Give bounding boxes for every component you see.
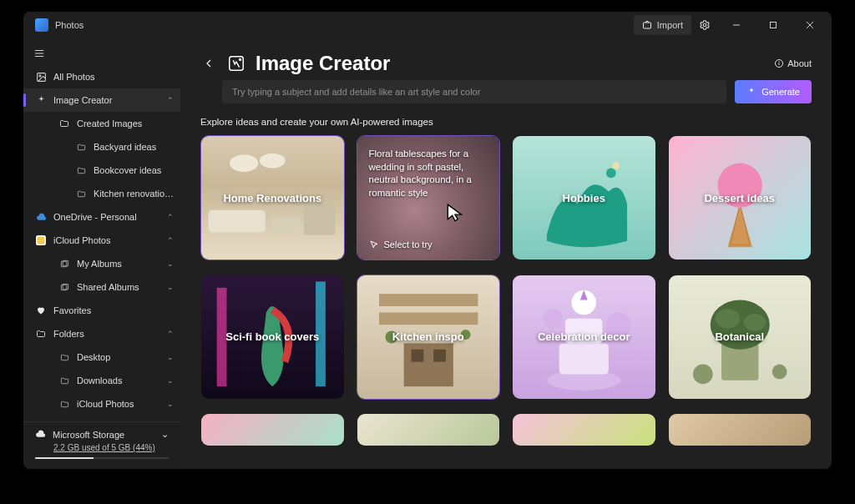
sidebar-item-label: Kitchen renovations [94, 189, 174, 199]
about-button[interactable]: About [774, 58, 812, 68]
idea-card[interactable] [357, 413, 501, 446]
card-image [201, 414, 344, 446]
sidebar-item-label: OneDrive - Personal [53, 212, 160, 222]
sidebar-item-label: Desktop [77, 352, 160, 362]
chevron-up-icon: ⌃ [167, 213, 174, 221]
card-title: Celebration decor [538, 330, 630, 343]
idea-card[interactable]: Kitchen inspo [357, 275, 501, 400]
chevron-up-icon: ⌃ [167, 236, 174, 244]
idea-card[interactable] [512, 413, 656, 446]
sidebar-item-label: My Albums [77, 259, 160, 269]
sidebar-item-icloud[interactable]: iCloud Photos ⌃ [23, 229, 180, 252]
sidebar-item-label: Downloads [77, 375, 160, 386]
idea-card[interactable]: Home Renovations [200, 135, 345, 260]
sparkle-icon [746, 87, 756, 97]
album-icon [58, 260, 70, 269]
chevron-down-icon: ⌄ [167, 376, 174, 385]
idea-card[interactable]: Celebration decor [512, 275, 656, 400]
sidebar: All Photos Image Creator ⌃ Created Image… [23, 38, 180, 469]
card-title: Dessert ideas [704, 192, 775, 204]
album-icon [58, 283, 70, 292]
folder-icon [58, 118, 70, 129]
app-icon [35, 18, 48, 32]
sidebar-item-desktop[interactable]: Desktop ⌄ [23, 345, 180, 369]
card-image [669, 414, 812, 446]
app-title: Photos [55, 20, 83, 30]
sidebar-item-image-creator[interactable]: Image Creator ⌃ [23, 88, 180, 112]
generate-button[interactable]: Generate [735, 80, 812, 103]
sidebar-item-icloud-folder[interactable]: iCloud Photos ⌄ [23, 392, 180, 416]
import-label: Import [657, 20, 683, 30]
idea-card[interactable] [668, 413, 812, 446]
ideas-grid: Home Renovations Floral tablescapes for … [180, 135, 832, 469]
back-button[interactable] [200, 55, 217, 72]
folder-icon [58, 376, 70, 386]
sidebar-item-favorites[interactable]: Favorites [23, 299, 180, 322]
storage-bar-fill [35, 457, 94, 459]
titlebar: Photos Import [23, 12, 832, 38]
chevron-up-icon: ⌃ [167, 330, 174, 338]
hamburger-button[interactable] [23, 42, 180, 65]
import-button[interactable]: Import [634, 15, 691, 35]
sidebar-item-label: iCloud Photos [53, 235, 160, 245]
settings-button[interactable] [691, 12, 718, 38]
sidebar-item-label: Backyard ideas [94, 142, 174, 152]
idea-card[interactable]: Botanical [668, 275, 812, 400]
cloud-icon [35, 429, 46, 440]
sidebar-item-label: Created Images [77, 118, 174, 129]
sidebar-item-shared-albums[interactable]: Shared Albums ⌄ [23, 275, 180, 299]
svg-rect-0 [643, 23, 650, 28]
sidebar-item-created-images[interactable]: Created Images [23, 112, 180, 135]
sidebar-item-downloads[interactable]: Downloads ⌄ [23, 369, 180, 392]
chevron-down-icon: ⌄ [161, 429, 169, 440]
storage-bar [35, 457, 169, 459]
close-button[interactable] [792, 12, 828, 38]
svg-point-21 [779, 62, 780, 63]
idea-card[interactable] [200, 413, 345, 446]
image-creator-icon [227, 54, 245, 73]
idea-card-hover[interactable]: Floral tablescapes for a wedding in soft… [357, 135, 501, 260]
idea-card[interactable]: Hobbies [512, 135, 656, 260]
sidebar-item-all-photos[interactable]: All Photos [23, 65, 180, 88]
cursor-icon [369, 239, 379, 249]
sidebar-item-my-albums[interactable]: My Albums ⌄ [23, 252, 180, 275]
page-title: Image Creator [255, 52, 390, 75]
sidebar-item-backyard[interactable]: Backyard ideas [23, 135, 180, 159]
idea-card[interactable]: Sci-fi book covers [200, 275, 345, 400]
select-to-try[interactable]: Select to try [369, 239, 433, 249]
svg-rect-3 [771, 23, 777, 28]
storage-usage-text[interactable]: 2.2 GB used of 5 GB (44%) [35, 443, 169, 452]
sidebar-item-label: Image Creator [53, 95, 160, 105]
sparkle-icon [35, 95, 47, 106]
sidebar-item-bookcover[interactable]: Bookcover ideas [23, 159, 180, 182]
sidebar-item-kitchen[interactable]: Kitchen renovations [23, 182, 180, 205]
sidebar-item-label: Favorites [53, 305, 174, 315]
main-area: Image Creator About Generate Explore ide… [180, 38, 832, 469]
sidebar-item-label: All Photos [53, 72, 174, 82]
sidebar-item-folders[interactable]: Folders ⌃ [23, 322, 180, 345]
idea-card[interactable]: Dessert ideas [668, 135, 812, 260]
close-icon [806, 21, 814, 29]
sidebar-item-label: iCloud Photos [77, 399, 160, 409]
info-icon [774, 58, 784, 68]
chevron-down-icon: ⌄ [167, 400, 174, 408]
chevron-up-icon: ⌃ [167, 96, 174, 104]
heart-icon [35, 305, 47, 315]
sidebar-item-pictures-folder[interactable]: Pictures - OneDrive Personal ⌄ [23, 416, 180, 421]
photos-icon [35, 72, 47, 83]
prompt-input[interactable] [222, 80, 726, 103]
folder-icon [75, 166, 87, 175]
page-header: Image Creator About [180, 38, 832, 80]
card-prompt: Floral tablescapes for a wedding in soft… [369, 148, 488, 199]
search-row: Generate [180, 80, 832, 112]
storage-widget[interactable]: Microsoft Storage ⌄ 2.2 GB used of 5 GB … [23, 421, 180, 469]
maximize-button[interactable] [755, 12, 792, 38]
sidebar-item-label: Bookcover ideas [94, 165, 174, 175]
sidebar-item-onedrive[interactable]: OneDrive - Personal ⌃ [23, 205, 180, 229]
menu-icon [33, 48, 45, 59]
svg-rect-17 [230, 57, 244, 71]
minimize-button[interactable] [718, 12, 755, 38]
sidebar-item-label: Shared Albums [77, 282, 160, 292]
minimize-icon [732, 21, 741, 29]
card-title: Kitchen inspo [392, 330, 464, 343]
